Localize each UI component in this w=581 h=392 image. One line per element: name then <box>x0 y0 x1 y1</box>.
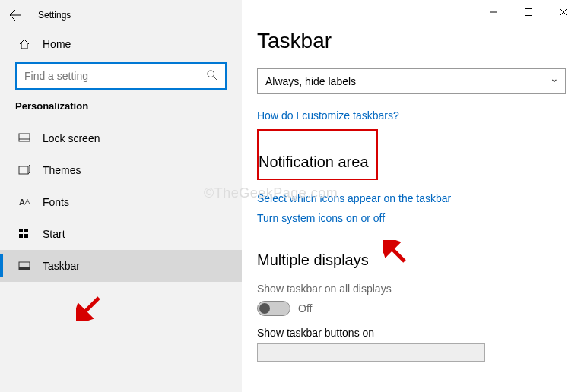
annotation-arrow-icon <box>76 295 102 324</box>
setting-show-all-displays-label: Show taskbar on all displays <box>257 283 566 295</box>
sidebar-item-label: Taskbar <box>43 260 80 272</box>
main-panel: Taskbar Always, hide labels How do I cus… <box>242 0 581 392</box>
annotation-arrow-icon <box>383 240 409 269</box>
window-controls <box>476 0 581 24</box>
themes-icon <box>15 164 33 176</box>
sidebar-item-label: Themes <box>43 164 81 176</box>
sidebar: Settings Home Personalization Lock scree… <box>0 0 242 392</box>
sidebar-item-fonts[interactable]: AA Fonts <box>0 186 242 218</box>
link-select-icons[interactable]: Select which icons appear on the taskbar <box>257 192 566 204</box>
sidebar-item-label: Start <box>43 228 65 240</box>
show-buttons-dropdown[interactable] <box>257 343 485 362</box>
link-customize-taskbars[interactable]: How do I customize taskbars? <box>257 109 566 122</box>
sidebar-item-label: Fonts <box>43 196 69 208</box>
page-title: Taskbar <box>257 29 566 53</box>
toggle-show-all-displays[interactable] <box>257 301 290 316</box>
back-button[interactable] <box>0 0 30 30</box>
search-input[interactable] <box>24 70 207 82</box>
app-title: Settings <box>38 10 71 21</box>
svg-line-15 <box>81 298 99 316</box>
toggle-state-label: Off <box>298 302 312 315</box>
setting-show-buttons-label: Show taskbar buttons on <box>257 327 566 339</box>
close-button[interactable] <box>546 0 581 24</box>
dropdown-value: Always, hide labels <box>265 75 356 87</box>
sidebar-item-label: Lock screen <box>43 132 100 144</box>
lock-screen-icon <box>15 132 33 144</box>
maximize-button[interactable] <box>511 0 546 24</box>
svg-line-16 <box>388 245 405 261</box>
svg-rect-10 <box>19 267 30 270</box>
svg-rect-12 <box>525 9 532 16</box>
annotation-highlight-box: Notification area <box>257 129 378 180</box>
taskbar-icon <box>15 260 33 272</box>
sidebar-item-home[interactable]: Home <box>0 30 242 58</box>
start-icon <box>15 228 33 240</box>
category-title: Personalization <box>15 100 227 112</box>
minimize-button[interactable] <box>476 0 511 24</box>
section-title-notification: Notification area <box>259 153 369 171</box>
svg-rect-4 <box>19 166 28 174</box>
fonts-icon: AA <box>15 198 33 207</box>
sidebar-item-taskbar[interactable]: Taskbar <box>0 250 242 282</box>
link-system-icons[interactable]: Turn system icons on or off <box>257 212 566 224</box>
home-icon <box>15 38 33 50</box>
search-box[interactable] <box>15 62 227 90</box>
svg-rect-5 <box>19 229 23 232</box>
svg-line-1 <box>214 76 217 79</box>
svg-rect-2 <box>19 134 30 141</box>
taskbar-combine-dropdown[interactable]: Always, hide labels <box>257 68 566 94</box>
search-icon <box>207 70 217 83</box>
sidebar-item-themes[interactable]: Themes <box>0 154 242 186</box>
svg-point-0 <box>208 70 214 77</box>
home-label: Home <box>43 38 71 50</box>
section-title-multiple-displays: Multiple displays <box>257 251 369 269</box>
sidebar-item-start[interactable]: Start <box>0 218 242 250</box>
svg-rect-8 <box>24 234 28 238</box>
svg-rect-6 <box>24 229 28 232</box>
sidebar-item-lock-screen[interactable]: Lock screen <box>0 122 242 154</box>
svg-rect-7 <box>19 234 23 238</box>
